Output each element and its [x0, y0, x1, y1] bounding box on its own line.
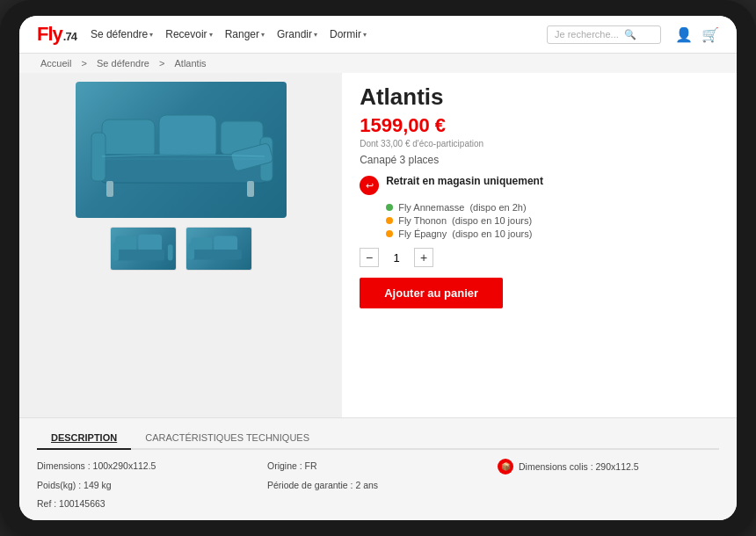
quantity-value: 1: [388, 251, 405, 264]
main-content: Atlantis 1599,00 € Dont 33,00 € d'éco-pa…: [19, 73, 737, 417]
main-nav: Se défendre ▾ Recevoir ▾ Ranger ▾ Grandi…: [91, 28, 533, 40]
chevron-down-icon: ▾: [209, 31, 213, 39]
description-section: Dimensions : 100x290x112.5 Origine : FR …: [19, 450, 737, 520]
pickup-icon: ↩: [360, 176, 379, 195]
logo-suffix: .74: [63, 30, 76, 43]
chevron-down-icon: ▾: [149, 31, 153, 39]
logo[interactable]: Fly.74: [37, 23, 76, 46]
svg-rect-6: [106, 181, 113, 197]
tabs-section: DESCRIPTION CARACTÉRISTIQUES TECHNIQUES: [19, 417, 737, 450]
tabs-row: DESCRIPTION CARACTÉRISTIQUES TECHNIQUES: [37, 427, 719, 450]
nav-item-grandir[interactable]: Grandir ▾: [277, 28, 317, 40]
store-item-epagny: Fly Épagny (dispo en 10 jours): [386, 228, 719, 239]
svg-rect-7: [247, 181, 254, 197]
availability-dot-orange: [386, 230, 393, 237]
availability-dot-green: [386, 204, 393, 211]
origin-item: Origine : FR: [267, 459, 489, 474]
thumbnail-row: [110, 227, 252, 271]
product-title: Atlantis: [360, 83, 719, 111]
logo-text: Fly: [37, 23, 62, 46]
svg-rect-13: [113, 243, 119, 260]
store-name: Fly Épagny: [398, 228, 447, 239]
store-availability: (dispo en 10 jours): [452, 228, 532, 239]
cart-icon[interactable]: 🛒: [701, 26, 719, 43]
thumbnail-2[interactable]: [185, 227, 252, 271]
svg-rect-12: [115, 250, 164, 260]
nav-label: Se défendre: [91, 28, 148, 40]
svg-rect-1: [159, 115, 216, 159]
nav-label: Recevoir: [165, 28, 207, 40]
header: Fly.74 Se défendre ▾ Recevoir ▾ Ranger ▾…: [19, 16, 737, 54]
svg-rect-11: [138, 235, 162, 251]
add-to-cart-button[interactable]: Ajouter au panier: [360, 278, 503, 308]
product-price: 1599,00 €: [360, 114, 719, 137]
store-item-annemasse: Fly Annemasse (dispo en 2h): [386, 202, 719, 213]
search-icon: 🔍: [624, 29, 636, 40]
user-icon[interactable]: 👤: [675, 26, 693, 43]
search-bar[interactable]: Je recherche... 🔍: [547, 25, 661, 44]
main-product-image: [76, 82, 287, 218]
colis-icon: 📦: [498, 459, 513, 474]
tab-description[interactable]: DESCRIPTION: [37, 427, 131, 450]
store-availability: (dispo en 2h): [469, 202, 526, 213]
description-grid: Dimensions : 100x290x112.5 Origine : FR …: [37, 459, 719, 511]
breadcrumb-current: Atlantis: [175, 58, 207, 69]
chevron-down-icon: ▾: [363, 31, 367, 39]
nav-item-ranger[interactable]: Ranger ▾: [225, 28, 265, 40]
search-placeholder: Je recherche...: [555, 29, 619, 40]
svg-rect-4: [91, 133, 105, 181]
thumbnail-1[interactable]: [110, 227, 177, 271]
quantity-increase-button[interactable]: +: [414, 248, 433, 267]
guarantee-item: Période de garantie : 2 ans: [267, 478, 489, 493]
store-availability: (dispo en 10 jours): [452, 215, 532, 226]
breadcrumb-separator: >: [159, 58, 167, 69]
store-name: Fly Thonon: [398, 215, 447, 226]
breadcrumb-separator: >: [82, 58, 90, 69]
ref-item: Ref : 100145663: [37, 496, 258, 511]
pickup-section: ↩ Retrait en magasin uniquement: [360, 175, 719, 195]
nav-label: Dormir: [330, 28, 361, 40]
nav-item-sedefendre[interactable]: Se défendre ▾: [91, 28, 153, 40]
colis-dimensions: Dimensions colis : 290x112.5: [519, 460, 639, 474]
tablet-frame: Fly.74 Se défendre ▾ Recevoir ▾ Ranger ▾…: [0, 0, 756, 536]
dimension-item: Dimensions : 100x290x112.5: [37, 459, 258, 474]
store-name: Fly Annemasse: [398, 202, 464, 213]
nav-item-recevoir[interactable]: Recevoir ▾: [165, 28, 212, 40]
product-images: [19, 73, 342, 417]
tablet-screen: Fly.74 Se défendre ▾ Recevoir ▾ Ranger ▾…: [19, 16, 737, 520]
svg-rect-0: [102, 120, 155, 159]
nav-label: Grandir: [277, 28, 312, 40]
breadcrumb-sedefendre[interactable]: Se défendre: [97, 58, 149, 69]
chevron-down-icon: ▾: [261, 31, 265, 39]
quantity-section: − 1 +: [360, 248, 719, 267]
pickup-label: Retrait en magasin uniquement: [386, 175, 543, 187]
sofa-illustration: [84, 93, 278, 207]
breadcrumb: Accueil > Se défendre > Atlantis: [19, 54, 737, 73]
svg-rect-14: [167, 244, 172, 260]
eco-tax: Dont 33,00 € d'éco-participation: [360, 139, 719, 148]
availability-dot-orange: [386, 217, 393, 224]
nav-item-dormir[interactable]: Dormir ▾: [330, 28, 367, 40]
empty-item: [498, 478, 719, 493]
svg-rect-17: [191, 250, 242, 260]
store-item-thonon: Fly Thonon (dispo en 10 jours): [386, 215, 719, 226]
weight-item: Poids(kg) : 149 kg: [37, 478, 258, 493]
store-list: Fly Annemasse (dispo en 2h) Fly Thonon (…: [386, 202, 719, 239]
svg-rect-16: [214, 236, 237, 251]
tab-caracteristiques[interactable]: CARACTÉRISTIQUES TECHNIQUES: [131, 427, 323, 450]
product-type: Canapé 3 places: [360, 154, 719, 166]
svg-rect-18: [188, 243, 194, 259]
breadcrumb-home[interactable]: Accueil: [40, 58, 71, 69]
chevron-down-icon: ▾: [314, 31, 317, 39]
product-info: Atlantis 1599,00 € Dont 33,00 € d'éco-pa…: [342, 73, 737, 417]
quantity-decrease-button[interactable]: −: [360, 248, 379, 267]
nav-label: Ranger: [225, 28, 259, 40]
colis-item: 📦 Dimensions colis : 290x112.5: [498, 459, 719, 474]
header-icons: 👤 🛒: [675, 26, 719, 43]
